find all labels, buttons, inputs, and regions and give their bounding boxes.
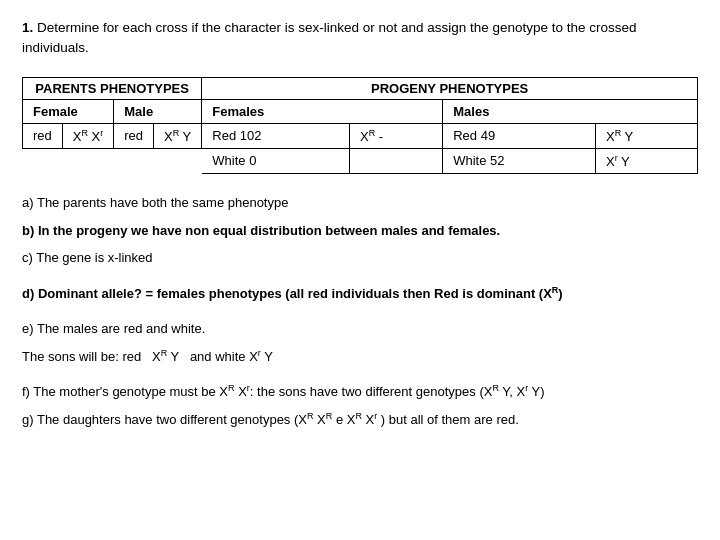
progeny-males-red: Red 49 [443,123,596,148]
progeny-females-white: White 0 [202,148,349,173]
progeny-males-white-genotype: Xr Y [596,148,698,173]
question-number: 1. [22,20,33,35]
progeny-row1: Red 102 XR - Red 49 XR Y [202,123,697,148]
answer-g: g) The daughters have two different geno… [22,409,698,431]
progeny-header-row: Females Males [202,99,697,123]
progeny-row2: White 0 White 52 Xr Y [202,148,697,173]
answer-e2: The sons will be: red XR Y and white Xr … [22,346,698,368]
question-body: Determine for each cross if the characte… [22,20,637,55]
progeny-males-red-genotype: XR Y [596,123,698,148]
female-header: Female [23,99,114,123]
parents-table: Female Male red XR Xr red XR Y [22,99,202,149]
question-text: 1. Determine for each cross if the chara… [22,18,698,59]
answer-f: f) The mother's genotype must be XR Xr: … [22,381,698,403]
progeny-males-white: White 52 [443,148,596,173]
answer-e1: e) The males are red and white. [22,318,698,339]
female-genotype: XR Xr [62,123,113,148]
progeny-females-header: Females [202,99,442,123]
male-phenotype: red [114,123,154,148]
answer-a: a) The parents have both the same phenot… [22,192,698,213]
answer-d: d) Dominant allele? = females phenotypes… [22,282,698,304]
progeny-females-white-genotype [350,148,443,173]
table-section: PARENTS PHENOTYPES Female Male red XR Xr… [22,77,698,175]
progeny-header: PROGENY PHENOTYPES [202,77,698,99]
parents-header: PARENTS PHENOTYPES [22,77,202,99]
answers-section: a) The parents have both the same phenot… [22,192,698,431]
parents-header-row: Female Male [23,99,202,123]
female-phenotype: red [23,123,63,148]
answer-c: c) The gene is x-linked [22,247,698,268]
progeny-females-red-genotype: XR - [350,123,443,148]
progeny-males-header: Males [443,99,698,123]
male-header: Male [114,99,202,123]
progeny-females-red: Red 102 [202,123,349,148]
progeny-table: Females Males Red 102 XR - Red 49 XR Y W… [202,99,698,175]
parents-data-row: red XR Xr red XR Y [23,123,202,148]
answer-b: b) In the progeny we have non equal dist… [22,220,698,241]
male-genotype: XR Y [154,123,202,148]
